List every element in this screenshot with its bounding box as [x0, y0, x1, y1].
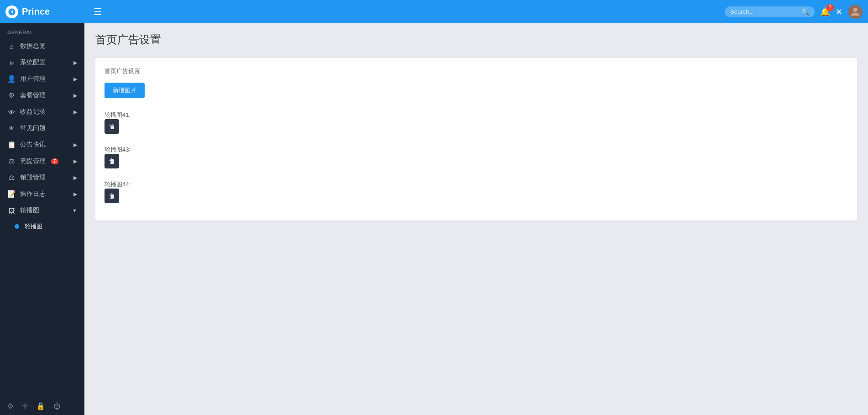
home-icon: ⌂ — [7, 42, 16, 50]
notification-button[interactable]: 🔔 7 — [820, 7, 830, 17]
user-icon: 👤 — [7, 75, 16, 83]
carousel-row-44: 🗑 — [105, 189, 848, 203]
carousel-label-44: 轮播图44: — [105, 177, 848, 189]
carousel-section-43: 轮播图43: 🗑 — [105, 142, 848, 168]
arrow-icon-log: ▶ — [73, 191, 77, 197]
sidebar-label-package-mgmt: 套餐管理 — [20, 91, 46, 100]
add-image-button[interactable]: 新增图片 — [105, 83, 145, 98]
content-body: 首页广告设置 新增图片 轮播图41: 🗑 轮播图43: 🗑 — [84, 53, 868, 231]
announcement-icon: 📋 — [7, 141, 16, 149]
carousel-row-43: 🗑 — [105, 154, 848, 168]
main-layout: GENERAL ⌂ 数据总览 🖥 系统配置 ▶ 👤 用户管理 ▶ ⚙ 套餐管理 … — [0, 23, 868, 415]
sidebar-item-income-record[interactable]: 👁 收益记录 ▶ — [0, 104, 84, 120]
sidebar-label-carousel: 轮播图 — [20, 206, 39, 215]
carousel-icon: 🖼 — [7, 207, 16, 215]
arrow-icon-income: ▶ — [73, 109, 77, 115]
sidebar-item-user-mgmt[interactable]: 👤 用户管理 ▶ — [0, 71, 84, 87]
sidebar-item-system-config[interactable]: 🖥 系统配置 ▶ — [0, 54, 84, 71]
sidebar-item-operation-log[interactable]: 📝 操作日志 ▶ — [0, 186, 84, 202]
sidebar-item-package-mgmt[interactable]: ⚙ 套餐管理 ▶ — [0, 87, 84, 104]
bottom-gear-icon[interactable]: ⚙ — [7, 402, 14, 410]
sidebar-label-faq: 常见问题 — [20, 124, 46, 132]
package-icon: ⚙ — [7, 91, 16, 100]
sidebar-sub-label-carousel: 轮播图 — [25, 222, 42, 231]
arrow-icon-package: ▶ — [73, 93, 77, 99]
topbar: Prince ☰ 🔍 🔔 7 ✕ — [0, 0, 868, 23]
notification-badge: 7 — [826, 4, 834, 11]
sidebar-sub-item-carousel[interactable]: 轮播图 — [0, 219, 84, 234]
sidebar-item-faq[interactable]: 👁 常见问题 — [0, 120, 84, 137]
page-header: 首页广告设置 — [84, 23, 868, 53]
sidebar-label-system-config: 系统配置 — [20, 58, 46, 67]
arrow-icon-user: ▶ — [73, 76, 77, 82]
search-icon: 🔍 — [801, 8, 809, 16]
search-input[interactable] — [730, 8, 799, 15]
monitor-icon: 🖥 — [7, 59, 16, 67]
settings-card: 首页广告设置 新增图片 轮播图41: 🗑 轮播图43: 🗑 — [95, 58, 857, 221]
carousel-section-44: 轮播图44: 🗑 — [105, 177, 848, 203]
carousel-row-41: 🗑 — [105, 119, 848, 134]
sidebar-item-sales-mgmt[interactable]: ⚖ 销毁管理 ▶ — [0, 169, 84, 186]
search-box: 🔍 — [725, 6, 815, 17]
faq-icon: 👁 — [7, 125, 16, 132]
delete-button-43[interactable]: 🗑 — [105, 154, 119, 168]
sidebar-label-user-mgmt: 用户管理 — [20, 75, 46, 83]
sub-dot-icon — [15, 224, 19, 229]
bottom-power-icon[interactable]: ⏻ — [53, 402, 61, 410]
topbar-right: 🔍 🔔 7 ✕ — [725, 5, 863, 19]
delete-button-41[interactable]: 🗑 — [105, 119, 119, 134]
sidebar-label-sales-mgmt: 销毁管理 — [20, 173, 46, 182]
log-icon: 📝 — [7, 190, 16, 198]
page-title: 首页广告设置 — [95, 32, 857, 47]
sidebar-item-recharge-mgmt[interactable]: ⚖ 充提管理 7 ▶ — [0, 153, 84, 169]
arrow-icon-sales: ▶ — [73, 175, 77, 181]
svg-point-0 — [853, 7, 857, 11]
income-icon: 👁 — [7, 108, 16, 116]
bottom-lock-icon[interactable]: 🔒 — [36, 402, 45, 410]
recharge-badge: 7 — [51, 158, 58, 164]
carousel-section-41: 轮播图41: 🗑 — [105, 107, 848, 134]
sidebar-item-announcement[interactable]: 📋 公告快讯 ▶ — [0, 137, 84, 153]
user-avatar[interactable] — [848, 5, 863, 19]
arrow-icon-recharge: ▶ — [73, 158, 77, 164]
sidebar-item-dashboard[interactable]: ⌂ 数据总览 — [0, 38, 84, 54]
arrow-icon-carousel: ▼ — [72, 208, 77, 213]
expand-icon[interactable]: ✕ — [836, 7, 842, 17]
sidebar-bottom: ⚙ ✛ 🔒 ⏻ — [0, 397, 84, 415]
sidebar-label-recharge-mgmt: 充提管理 — [20, 157, 46, 165]
hamburger-button[interactable]: ☰ — [90, 5, 105, 19]
sales-icon: ⚖ — [7, 173, 16, 182]
carousel-label-41: 轮播图41: — [105, 107, 848, 119]
content-area: 首页广告设置 首页广告设置 新增图片 轮播图41: 🗑 轮播图43: 🗑 — [84, 23, 868, 415]
arrow-icon: ▶ — [73, 60, 77, 66]
carousel-label-43: 轮播图43: — [105, 142, 848, 154]
sidebar-label-announcement: 公告快讯 — [20, 141, 46, 149]
sidebar-label-operation-log: 操作日志 — [20, 190, 46, 198]
sidebar-label-income-record: 收益记录 — [20, 108, 46, 116]
sidebar-section-label: GENERAL — [0, 23, 84, 38]
sidebar-label-dashboard: 数据总览 — [20, 42, 46, 50]
sidebar: GENERAL ⌂ 数据总览 🖥 系统配置 ▶ 👤 用户管理 ▶ ⚙ 套餐管理 … — [0, 23, 84, 415]
bottom-resize-icon[interactable]: ✛ — [22, 402, 28, 410]
logo-icon — [5, 5, 18, 18]
app-title: Prince — [22, 6, 50, 17]
sidebar-item-carousel[interactable]: 🖼 轮播图 ▼ — [0, 202, 84, 219]
breadcrumb: 首页广告设置 — [105, 67, 848, 75]
arrow-icon-announcement: ▶ — [73, 142, 77, 148]
delete-button-44[interactable]: 🗑 — [105, 189, 119, 203]
app-logo: Prince — [5, 5, 90, 18]
recharge-icon: ⚖ — [7, 157, 16, 165]
